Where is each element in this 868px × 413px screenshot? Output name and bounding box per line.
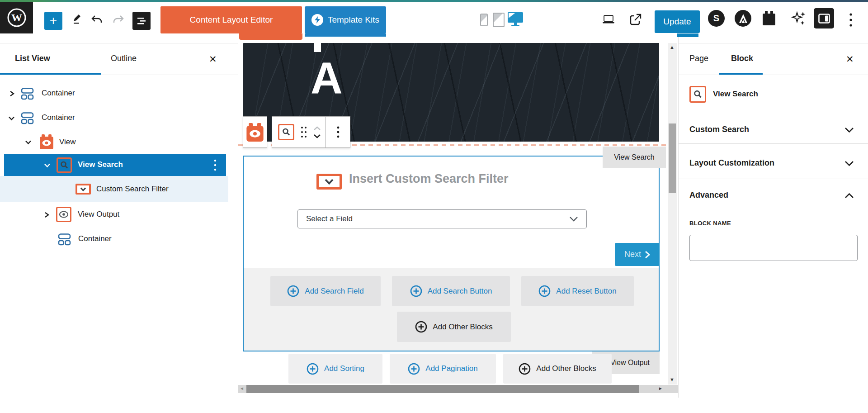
undo-button[interactable] [91, 14, 103, 25]
redo-button[interactable] [113, 14, 124, 25]
astra-logo-button[interactable] [735, 10, 751, 27]
add-block-button[interactable]: + [44, 12, 62, 30]
view-search-block-label: View Search [603, 147, 666, 168]
close-settings-button[interactable]: ✕ [846, 54, 854, 64]
scroll-left-arrow[interactable]: ◄ [240, 386, 244, 391]
settings-sidebar-toggle[interactable] [814, 8, 834, 28]
ellipsis-vertical-icon [849, 12, 853, 28]
document-overview-button[interactable] [132, 12, 151, 30]
tab-block[interactable]: Block [731, 54, 753, 63]
template-kits-button[interactable]: Template Kits [305, 6, 386, 33]
row-options-icon[interactable] [213, 159, 217, 171]
chevron-down-icon[interactable] [44, 163, 51, 168]
tree-label: Container [78, 234, 112, 243]
hero-letter-fragment [314, 43, 321, 52]
scroll-right-arrow[interactable]: ► [658, 386, 663, 391]
move-up-icon[interactable] [313, 126, 321, 131]
svg-text:W: W [11, 12, 22, 24]
mobile-preview-icon[interactable] [480, 14, 488, 26]
tree-row-view-search-selected[interactable]: View Search [4, 154, 226, 176]
desktop-preview-icon[interactable] [507, 12, 524, 28]
section-layout-customization[interactable]: Layout Customization [689, 158, 774, 168]
tree-row-view-output[interactable]: View Output [0, 202, 238, 227]
extendify-logo-button[interactable]: S [708, 10, 725, 27]
chevron-down-icon[interactable] [25, 140, 32, 145]
plugin-bag-button[interactable] [762, 11, 776, 28]
tree-row-view[interactable]: View [0, 130, 238, 154]
scroll-up-arrow[interactable]: ▲ [670, 45, 675, 50]
button-label: Add Search Button [428, 287, 492, 296]
vertical-scrollbar-thumb[interactable] [669, 123, 676, 193]
add-search-field-button[interactable]: Add Search Field [270, 276, 381, 306]
container-icon [58, 233, 71, 246]
horizontal-scrollbar-thumb[interactable] [246, 385, 639, 393]
add-pagination-button[interactable]: Add Pagination [390, 354, 496, 384]
editor-window: W + Content Layout Editor Template Kits [0, 0, 868, 413]
options-menu-button[interactable] [849, 12, 853, 30]
plus-circle-icon [287, 285, 299, 297]
bag-icon [762, 11, 776, 26]
section-advanced[interactable]: Advanced [689, 190, 728, 200]
block-name-input[interactable] [689, 235, 858, 261]
wordpress-logo-button[interactable]: W [0, 2, 33, 33]
chevron-right-icon[interactable] [44, 212, 50, 218]
tree-row-custom-search-filter[interactable]: Custom Search Filter [0, 176, 228, 202]
left-panel-top-border [0, 43, 238, 43]
tablet-preview-icon[interactable] [493, 13, 505, 27]
chevron-down-icon[interactable] [8, 116, 15, 121]
tab-outline[interactable]: Outline [111, 54, 137, 63]
chevron-down-icon[interactable] [844, 127, 854, 133]
ai-assistant-button[interactable] [791, 11, 807, 28]
drag-handle-icon[interactable] [301, 126, 307, 138]
add-other-blocks-button-2[interactable]: Add Other Blocks [503, 354, 612, 384]
section-border [678, 179, 868, 179]
move-down-icon[interactable] [313, 134, 321, 138]
right-panel-top-border [678, 43, 868, 43]
add-search-button-button[interactable]: Add Search Button [392, 276, 510, 306]
sparkles-icon [791, 11, 807, 26]
container-icon [21, 112, 34, 124]
content-layout-editor-button[interactable]: Content Layout Editor [160, 6, 302, 33]
view-search-block-icon [689, 86, 706, 103]
canvas-vertical-scrollbar[interactable] [668, 43, 677, 385]
update-button-fragment [677, 33, 698, 37]
scroll-down-arrow[interactable]: ▼ [670, 377, 675, 382]
open-external-button[interactable] [630, 14, 642, 25]
parent-view-block-button[interactable] [243, 116, 267, 148]
plus-circle-icon [415, 321, 427, 333]
edit-tool-button[interactable] [71, 14, 83, 25]
view-icon [246, 123, 264, 142]
next-button[interactable]: Next [615, 243, 660, 266]
tab-list-view[interactable]: List View [15, 54, 50, 63]
chevron-up-icon[interactable] [844, 193, 854, 199]
laptop-icon [603, 14, 614, 25]
plus-circle-icon [408, 363, 420, 375]
button-label: Add Pagination [425, 364, 477, 373]
tree-row-container-1[interactable]: Container [0, 81, 238, 106]
view-icon [40, 134, 53, 149]
view-site-button[interactable] [603, 14, 614, 25]
redo-icon [113, 14, 124, 25]
update-button[interactable]: Update [655, 10, 700, 33]
block-name-label: BLOCK NAME [689, 220, 731, 227]
plus-circle-icon [410, 285, 422, 297]
section-border [678, 143, 868, 144]
add-reset-button-button[interactable]: Add Reset Button [521, 276, 634, 306]
block-options-icon[interactable] [336, 126, 340, 138]
tree-label: Container [42, 89, 75, 98]
custom-search-filter-icon [75, 184, 91, 195]
add-other-blocks-button[interactable]: Add Other Blocks [397, 312, 511, 342]
section-custom-search[interactable]: Custom Search [689, 125, 749, 134]
select-a-field-dropdown[interactable]: Select a Field [297, 209, 587, 228]
tree-row-container-2[interactable]: Container [0, 106, 238, 130]
chevron-right-icon[interactable] [9, 90, 15, 97]
button-label: Add Sorting [324, 364, 364, 373]
tab-page[interactable]: Page [689, 54, 708, 63]
tree-row-container-3[interactable]: Container [0, 227, 238, 252]
close-list-view-button[interactable]: ✕ [209, 54, 217, 64]
view-search-block-icon[interactable] [278, 124, 294, 140]
section-border [678, 112, 868, 112]
hero-letter: A [311, 56, 344, 100]
chevron-down-icon[interactable] [844, 161, 854, 166]
add-sorting-button[interactable]: Add Sorting [288, 354, 382, 384]
